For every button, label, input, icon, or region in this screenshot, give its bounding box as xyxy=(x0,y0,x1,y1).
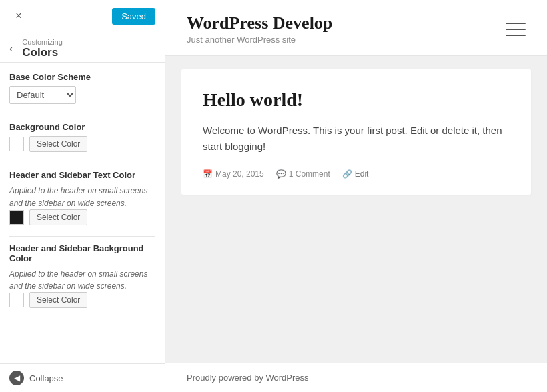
divider-2 xyxy=(9,163,155,163)
header-sidebar-bg-color-label: Header and Sidebar Background Color xyxy=(9,243,155,263)
base-color-scheme-select[interactable]: Default Dark Light Custom xyxy=(9,86,76,104)
header-sidebar-text-color-button[interactable]: Select Color xyxy=(29,209,87,225)
header-sidebar-bg-color-button[interactable]: Select Color xyxy=(29,292,87,308)
panel-content: Base Color Scheme Default Dark Light Cus… xyxy=(0,63,165,363)
site-title-block: WordPress Develop Just another WordPress… xyxy=(187,13,332,45)
panel-header: × Saved xyxy=(0,0,165,31)
header-sidebar-bg-color-swatch[interactable] xyxy=(9,293,24,307)
header-sidebar-text-color-desc: Applied to the header on small screens a… xyxy=(9,186,147,208)
post-date: 📅 May 20, 2015 xyxy=(203,169,264,179)
site-header: WordPress Develop Just another WordPress… xyxy=(165,0,547,56)
close-button[interactable]: × xyxy=(9,7,28,25)
panel-header-left: × xyxy=(9,7,31,25)
collapse-footer[interactable]: ◀ Collapse xyxy=(0,363,165,392)
header-sidebar-text-color-label: Header and Sidebar Text Color xyxy=(9,170,155,180)
wp-content: Hello world! Welcome to WordPress. This … xyxy=(165,56,547,363)
back-navigation: ‹ Customizing Colors xyxy=(0,31,165,63)
base-color-scheme-select-wrap: Default Dark Light Custom xyxy=(9,86,155,104)
header-sidebar-text-color-row: Select Color xyxy=(9,209,155,225)
collapse-label: Collapse xyxy=(29,373,63,383)
background-color-button[interactable]: Select Color xyxy=(29,136,87,152)
divider-3 xyxy=(9,236,155,237)
divider-1 xyxy=(9,115,155,115)
post-comments: 💬 1 Comment xyxy=(276,169,330,179)
post-comments-text: 1 Comment xyxy=(289,169,330,179)
customizing-label: Customizing xyxy=(22,38,63,46)
comment-icon: 💬 xyxy=(276,169,286,179)
preview-area: WordPress Develop Just another WordPress… xyxy=(165,0,547,392)
site-title: WordPress Develop xyxy=(187,13,332,33)
back-arrow-icon[interactable]: ‹ xyxy=(7,41,15,56)
background-color-row: Select Color xyxy=(9,136,155,152)
section-heading: Customizing Colors xyxy=(22,38,63,59)
background-color-control: Background Color Select Color xyxy=(9,122,155,152)
edit-icon: 🔗 xyxy=(342,169,352,179)
header-sidebar-bg-color-desc: Applied to the header on small screens a… xyxy=(9,269,147,291)
header-sidebar-bg-color-row: Select Color xyxy=(9,292,155,308)
customizer-panel: × Saved ‹ Customizing Colors Base Color … xyxy=(0,0,165,392)
header-sidebar-text-color-swatch[interactable] xyxy=(9,210,24,225)
section-title: Colors xyxy=(22,46,63,59)
site-tagline: Just another WordPress site xyxy=(187,35,332,45)
collapse-icon: ◀ xyxy=(9,371,24,385)
site-footer: Proudly powered by WordPress xyxy=(165,363,547,392)
header-sidebar-bg-color-control: Header and Sidebar Background Color Appl… xyxy=(9,243,155,309)
base-color-scheme-control: Base Color Scheme Default Dark Light Cus… xyxy=(9,72,155,104)
background-color-swatch[interactable] xyxy=(9,137,24,151)
footer-text: Proudly powered by WordPress xyxy=(187,373,309,383)
header-sidebar-text-color-control: Header and Sidebar Text Color Applied to… xyxy=(9,170,155,225)
menu-icon[interactable] xyxy=(506,23,526,36)
post-edit-text: Edit xyxy=(355,169,369,179)
post-title: Hello world! xyxy=(203,89,510,111)
background-color-label: Background Color xyxy=(9,122,155,132)
post-card: Hello world! Welcome to WordPress. This … xyxy=(181,69,531,195)
saved-button[interactable]: Saved xyxy=(112,8,155,25)
post-edit-link[interactable]: 🔗 Edit xyxy=(342,169,369,179)
post-excerpt: Welcome to WordPress. This is your first… xyxy=(203,123,510,155)
post-meta: 📅 May 20, 2015 💬 1 Comment 🔗 Edit xyxy=(203,169,510,179)
base-color-scheme-label: Base Color Scheme xyxy=(9,72,155,82)
calendar-icon: 📅 xyxy=(203,169,213,179)
post-date-text: May 20, 2015 xyxy=(215,169,264,179)
